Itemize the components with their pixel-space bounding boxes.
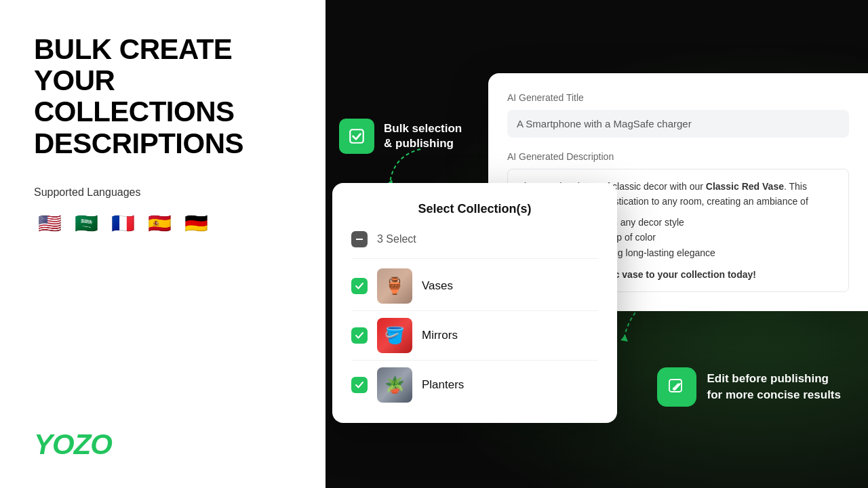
flag-es: 🇪🇸 <box>144 208 175 239</box>
select-all-label: 3 Select <box>377 233 416 245</box>
title-line3: DESCRIPTIONS <box>34 127 243 159</box>
collections-panel: Select Collection(s) 3 Select 🏺 Vases <box>332 183 617 423</box>
vases-thumbnail: 🏺 <box>377 268 412 304</box>
planters-thumbnail: 🪴 <box>377 367 412 403</box>
yozo-logo: YOZO <box>34 428 112 461</box>
svg-rect-2 <box>356 239 363 240</box>
ai-title-input[interactable]: A Smartphone with a MagSafe charger <box>507 110 849 138</box>
vases-checkbox[interactable] <box>351 278 368 294</box>
flag-de: 🇩🇪 <box>180 208 212 239</box>
vases-label: Vases <box>422 279 453 293</box>
bulk-badge-line1: Bulk selection <box>384 122 462 135</box>
right-panel: Bulk selection & publishing Select Colle… <box>326 0 868 488</box>
check-icon-2 <box>355 331 364 340</box>
mirrors-thumbnail: 🪣 <box>377 318 412 353</box>
ai-desc-bold: Classic Red Vase <box>706 181 784 192</box>
edit-badge-line2: for more concise results <box>707 388 841 401</box>
left-panel: BULK CREATE YOUR COLLECTIONS DESCRIPTION… <box>0 0 326 488</box>
checkbox-icon <box>348 127 366 145</box>
bulk-selection-badge: Bulk selection & publishing <box>339 119 462 154</box>
mirrors-label: Mirrors <box>422 329 458 342</box>
planters-label: Planters <box>422 378 464 392</box>
bulk-badge-icon <box>339 119 374 154</box>
check-icon-3 <box>355 380 364 390</box>
minus-icon <box>355 235 364 244</box>
flag-fr: 🇫🇷 <box>107 208 138 239</box>
flag-us: 🇺🇸 <box>34 208 65 239</box>
check-icon <box>355 281 364 291</box>
select-all-checkbox[interactable] <box>351 231 368 247</box>
collection-item-mirrors[interactable]: 🪣 Mirrors <box>351 311 598 361</box>
planters-checkbox[interactable] <box>351 377 368 393</box>
bulk-badge-line2: & publishing <box>384 137 454 150</box>
bulk-badge-text: Bulk selection & publishing <box>384 121 462 151</box>
title-line1: BULK CREATE YOUR <box>34 33 232 96</box>
ai-desc-label: AI Generated Description <box>507 151 849 162</box>
collections-panel-title: Select Collection(s) <box>351 202 598 216</box>
edit-badge-icon <box>657 367 696 407</box>
select-all-row[interactable]: 3 Select <box>351 231 598 259</box>
edit-badge-text: Edit before publishing for more concise … <box>707 371 841 403</box>
svg-marker-6 <box>620 335 628 342</box>
page-title: BULK CREATE YOUR COLLECTIONS DESCRIPTION… <box>34 34 292 159</box>
collection-item-planters[interactable]: 🪴 Planters <box>351 361 598 409</box>
title-line2: COLLECTIONS <box>34 96 235 127</box>
flags-row: 🇺🇸 🇸🇦 🇫🇷 🇪🇸 🇩🇪 <box>34 208 292 239</box>
edit-badge-line1: Edit before publishing <box>707 372 829 385</box>
svg-rect-0 <box>350 129 363 143</box>
edit-badge: Edit before publishing for more concise … <box>657 367 841 407</box>
ai-title-label: AI Generated Title <box>507 92 849 103</box>
mirrors-checkbox[interactable] <box>351 327 368 344</box>
supported-languages-label: Supported Languages <box>34 186 292 199</box>
edit-icon <box>667 378 686 396</box>
flag-sa: 🇸🇦 <box>71 208 102 239</box>
collection-item-vases[interactable]: 🏺 Vases <box>351 262 598 311</box>
